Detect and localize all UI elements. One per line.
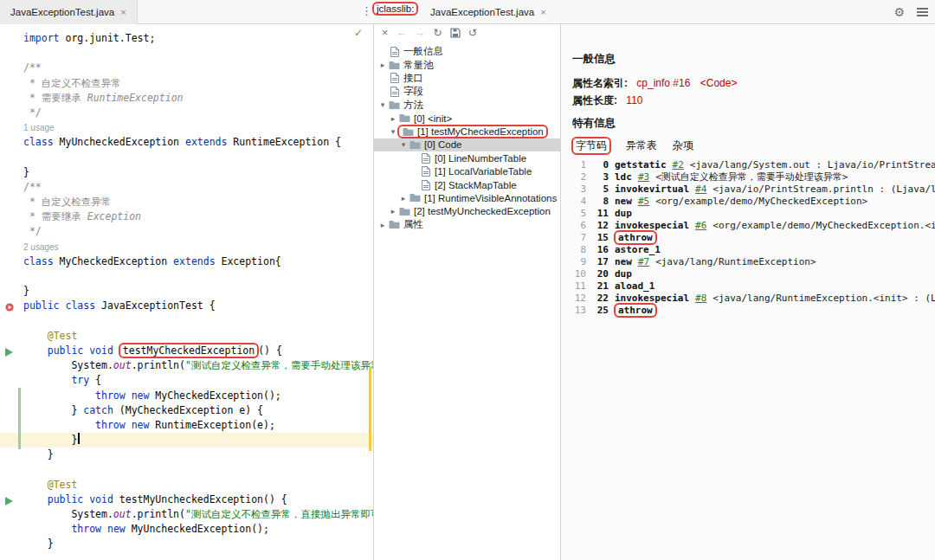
tree-node-label: [1] LocalVariableTable [435,166,532,177]
sync-icon[interactable]: ↺ [468,28,477,39]
back-icon[interactable]: ← [396,28,407,39]
chevron-down-icon[interactable]: ▾ [377,100,388,109]
code-text: public class JavaExceptionTest { [23,299,216,313]
tree-node[interactable]: ▾方法 [374,99,560,112]
structure-tree-pane: × ← → ↻ ↺ 一般信息▸常量池接口字段▾方法▸[0] <init>▾[1]… [374,24,561,560]
tree-node[interactable]: [2] StackMapTable [374,178,560,191]
text-caret [78,433,80,444]
code-line: /** [0,61,373,75]
chevron-down-icon[interactable]: ▾ [398,140,409,149]
bytecode-row: 35invokevirtual#4<java/io/PrintStream.pr… [572,183,935,196]
main-menu-icon[interactable] [917,8,928,16]
forward-icon[interactable]: → [415,28,426,39]
code-token: throw [95,389,126,402]
bytecode-row: 1020dup [572,268,935,280]
gutter [0,478,23,492]
tab-bytecode[interactable]: 字节码 [572,139,610,152]
code-text: } [23,537,54,551]
close-icon[interactable]: × [120,7,126,17]
bytecode-offset: 11 [593,208,609,220]
editor-tab[interactable]: JavaExceptionTest.java × [0,0,138,24]
gear-icon[interactable]: ⚙ [893,5,905,19]
tree-node-label: [0] LineNumberTable [435,153,526,164]
code-token: out [113,508,132,520]
bytecode-line-number: 13 [572,305,586,317]
tree-node[interactable]: ▾[1] testMyCheckedException [374,125,560,138]
inlay-hint-line: 1 usage [0,120,373,135]
chevron-right-icon[interactable]: ▸ [377,61,388,69]
chevron-right-icon[interactable]: ▸ [377,221,388,229]
tree-node[interactable]: [1] LocalVariableTable [374,165,560,178]
tree-node[interactable]: 接口 [374,72,560,85]
gutter [0,195,23,209]
tree-node[interactable]: 一般信息 [374,45,560,58]
save-icon[interactable] [450,28,461,38]
code-editor[interactable]: import org.junit.Test;/** * 自定义不检查异常 * 需… [0,24,373,552]
tree-node-label: [0] Code [424,139,461,150]
code-token: /** [23,181,42,193]
tree-node-label: 常量池 [403,59,434,72]
bytecode-row: 23ldc#3<测试自定义检查异常，需要手动处理该异常> [572,171,935,183]
code-token: */ [23,225,42,237]
gutter[interactable] [0,344,23,358]
refresh-icon[interactable]: ↻ [433,28,442,39]
tree-node[interactable]: ▸常量池 [374,58,560,71]
constant-pool-link[interactable]: #5 [638,196,649,207]
constant-pool-link[interactable]: #7 [638,256,649,267]
bytecode-row: 1325athrow [572,305,935,317]
tab-overflow-icon[interactable]: ⋮ [361,4,372,17]
close-icon[interactable]: × [382,28,388,39]
bytecode-line-number: 11 [572,280,586,293]
code-line: System.out.println("测试自定义检查异常，需要手动处理该异常"… [0,358,373,373]
constant-pool-link[interactable]: #8 [695,293,706,304]
chevron-right-icon[interactable]: ▸ [388,207,398,216]
code-line: System.out.println("测试自定义不检查异常，直接抛出异常即可"… [0,507,373,522]
chevron-right-icon[interactable]: ▸ [388,114,398,123]
constant-pool-link[interactable]: #3 [638,171,649,183]
code-line: public void testMyUncheckedException() { [0,492,373,507]
code-token [23,523,71,535]
constant-pool-link[interactable]: #2 [673,159,684,171]
tree-node[interactable]: 字段 [374,85,560,98]
bytecode-mnemonic: dup [615,268,632,280]
bytecode-comment: <java/lang/RuntimeException.<init> : (Lj… [713,293,935,304]
gutter[interactable] [0,299,23,313]
tree-node[interactable]: ▾[0] Code [374,138,560,151]
code-text: public void testMyUncheckedException() { [23,492,287,507]
code-token: @Test [48,479,78,491]
tree-node[interactable]: ▸属性 [374,218,560,231]
chevron-right-icon[interactable]: ▸ [398,194,409,203]
gutter[interactable] [0,492,23,507]
top-bar: JavaExceptionTest.java × ⋮ jclasslib: Ja… [0,0,935,24]
scrollbar-change-marker[interactable] [369,367,371,451]
constant-pool-link[interactable]: #6 [695,220,706,231]
folder-icon [388,61,401,70]
bytecode-mnemonic: invokevirtual [615,183,689,195]
tree-node[interactable]: [0] LineNumberTable [374,151,560,164]
tree-node-content: [1] LocalVariableTable [419,166,532,177]
bytecode-offset: 0 [593,159,609,171]
constant-pool-link[interactable]: #4 [695,183,706,195]
tree-node-content: 常量池 [388,59,434,72]
tree-node-label: [0] <init> [414,113,452,124]
code-token: throw [71,523,101,535]
usages-hint[interactable]: 2 usages [23,240,59,254]
tab-misc[interactable]: 杂项 [673,138,693,153]
tree-node[interactable]: ▸[0] <init> [374,112,560,125]
inspection-check-icon[interactable]: ✓ [354,27,363,39]
tree-node-content: [2] testMyUncheckedException [398,206,551,216]
tree-node[interactable]: ▸[1] RuntimeVisibleAnnotations [374,191,560,204]
code-token: } [23,434,77,446]
usages-hint[interactable]: 1 usage [23,120,55,135]
close-icon[interactable]: × [540,7,545,17]
code-text: import org.junit.Test; [23,31,155,46]
cp-info-link[interactable]: cp_info #16 [636,77,690,89]
tab-exception-table[interactable]: 异常表 [626,138,657,153]
bytecode-line-number: 6 [572,220,586,232]
code-line [0,269,373,284]
viewer-tab[interactable]: JavaExceptionTest.java × [430,0,546,24]
annotation-box: testMyCheckedException [119,343,259,358]
code-line: } [0,284,373,299]
tree-node[interactable]: ▸[2] testMyUncheckedException [374,205,560,218]
code-token: extends [173,255,215,267]
